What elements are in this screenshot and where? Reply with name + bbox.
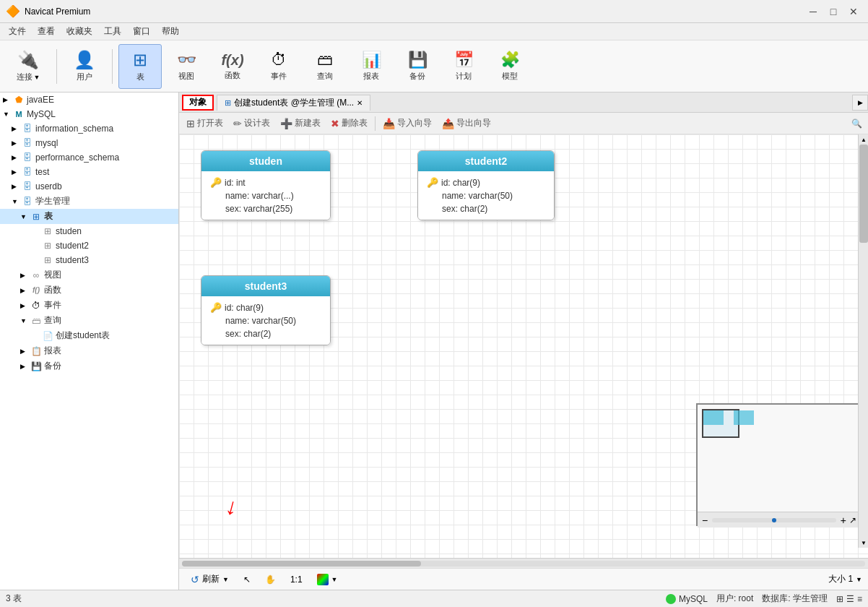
h-scroll-track[interactable] [182, 561, 865, 567]
import-icon: 📥 [383, 118, 395, 129]
arrow-javaee: ▶ [3, 96, 13, 103]
close-button[interactable]: ✕ [845, 3, 862, 20]
sidebar-item-xuesheng[interactable]: ▼ 🗄 学生管理 [0, 194, 178, 209]
open-table-icon: ⊞ [186, 118, 195, 129]
import-label: 导入向导 [397, 117, 432, 129]
menu-favorites[interactable]: 收藏夹 [61, 24, 98, 39]
arrow-tables: ▼ [20, 213, 30, 220]
grid-view-icon[interactable]: ⊞ [836, 594, 843, 604]
new-table-icon: ➕ [280, 118, 292, 129]
sidebar-item-student2[interactable]: ▶ ⊞ student2 [0, 238, 178, 253]
import-button[interactable]: 📥 导入向导 [378, 115, 436, 132]
sidebar-item-mysql[interactable]: ▼ M MySQL [0, 107, 178, 121]
color-tool-button[interactable]: ▼ [311, 572, 344, 587]
hand-tool-button[interactable]: ✋ [259, 573, 282, 586]
tb2-sep-1 [375, 116, 376, 131]
delete-table-button[interactable]: ✖ 删除表 [326, 115, 372, 132]
zoom-tool-button[interactable]: 1:1 [285, 573, 308, 586]
event-button[interactable]: ⏱ 事件 [257, 44, 300, 89]
sidebar-item-performance[interactable]: ▶ 🗄 performance_schema [0, 150, 178, 165]
new-table-button[interactable]: ➕ 新建表 [276, 115, 325, 132]
backup-button[interactable]: 💾 备份 [396, 44, 439, 89]
view-button[interactable]: 👓 视图 [165, 44, 208, 89]
menu-view[interactable]: 查看 [32, 24, 61, 39]
export-button[interactable]: 📤 导出向导 [438, 115, 495, 132]
menu-help[interactable]: 帮助 [156, 24, 185, 39]
xuesheng-label: 学生管理 [35, 195, 70, 207]
v-scroll-track[interactable] [859, 145, 868, 538]
createstudent-label: 创建student表 [56, 330, 110, 342]
mini-expand-icon[interactable]: ↗ [849, 515, 856, 525]
connect-button[interactable]: 🔌 连接 ▼ [6, 44, 51, 89]
studen-body: 🔑 id: int name: varchar(...) sex: varcha… [201, 171, 330, 220]
user-button[interactable]: 👤 用户 [63, 44, 106, 89]
sidebar-item-mysql-db[interactable]: ▶ 🗄 mysql [0, 136, 178, 150]
toolbar-sep-1 [56, 49, 57, 84]
studen-row-sex: sex: varchar(255) [210, 202, 321, 215]
views-icon: ∞ [30, 270, 42, 281]
report-label: 报表 [363, 71, 379, 82]
sidebar-item-functions[interactable]: ▶ f() 函数 [0, 283, 178, 298]
sidebar-item-student3[interactable]: ▶ ⊞ student3 [0, 253, 178, 267]
events-icon: ⏱ [30, 300, 42, 311]
sidebar-item-reports[interactable]: ▶ 📋 报表 [0, 343, 178, 358]
main-tab[interactable]: ⊞ 创建student表 @学生管理 (M... ✕ [217, 95, 370, 111]
sidebar-item-create-student[interactable]: ▶ 📄 创建student表 [0, 328, 178, 343]
refresh-button[interactable]: ↺ 刷新 ▼ [185, 572, 235, 587]
sidebar-item-studen[interactable]: ▶ ⊞ studen [0, 224, 178, 238]
table-button[interactable]: ⊞ 表 [118, 44, 162, 89]
cursor-icon: ↖ [243, 574, 251, 585]
mini-zoom-slider[interactable] [712, 518, 836, 522]
sidebar-item-information-schema[interactable]: ▶ 🗄 information_schema [0, 121, 178, 136]
sidebar-item-backups[interactable]: ▶ 💾 备份 [0, 358, 178, 374]
arrow-test: ▶ [12, 168, 22, 176]
report-button[interactable]: 📊 报表 [350, 44, 393, 89]
er-table-student2[interactable]: student2 🔑 id: char(9) name: varchar(50) [417, 150, 555, 220]
design-table-button[interactable]: ✏ 设计表 [229, 115, 274, 132]
sidebar-item-views[interactable]: ▶ ∞ 视图 [0, 267, 178, 283]
obj-tab[interactable]: 对象 [182, 95, 214, 111]
sidebar-item-test[interactable]: ▶ 🗄 test [0, 165, 178, 179]
function-button[interactable]: f(x) 函数 [211, 44, 254, 89]
minimize-button[interactable]: ─ [804, 3, 822, 20]
sidebar-item-queries[interactable]: ▼ 🗃 查询 [0, 313, 178, 328]
functions-icon: f() [30, 285, 42, 296]
maximize-button[interactable]: □ [825, 3, 842, 20]
status-db-type: MySQL [679, 594, 708, 604]
scroll-up-button[interactable]: ▲ [859, 134, 868, 145]
createstudent-icon: 📄 [42, 330, 53, 342]
detail-view-icon[interactable]: ≡ [857, 594, 862, 604]
sidebar: ▶ ⬟ javaEE ▼ M MySQL ▶ 🗄 information_sch… [0, 92, 179, 590]
menu-tools[interactable]: 工具 [98, 24, 127, 39]
search-button[interactable]: 🔍 [848, 115, 865, 132]
content-area: 对象 ⊞ 创建student表 @学生管理 (M... ✕ ▶ ⊞ 打开表 ✏ … [179, 92, 868, 590]
menu-window[interactable]: 窗口 [127, 24, 156, 39]
list-view-icon[interactable]: ☰ [846, 594, 854, 604]
er-table-student3[interactable]: student3 🔑 id: char(9) name: varchar(50) [201, 275, 331, 345]
tab-nav-button[interactable]: ▶ [852, 95, 868, 111]
info-icon: 🗄 [22, 123, 33, 134]
open-table-button[interactable]: ⊞ 打开表 [182, 115, 227, 132]
query-button[interactable]: 🗃 查询 [303, 44, 347, 89]
javaee-label: javaEE [27, 95, 54, 105]
sidebar-item-tables[interactable]: ▼ ⊞ 表 [0, 209, 178, 224]
studen-key-icon: 🔑 [210, 177, 222, 188]
tab-close-icon[interactable]: ✕ [357, 99, 363, 107]
arrow-info: ▶ [12, 125, 22, 132]
er-table-studen[interactable]: studen 🔑 id: int name: varchar(...) s [201, 150, 331, 220]
student2-field-id: id: char(9) [441, 178, 480, 188]
student2-icon: ⊞ [42, 240, 53, 251]
scroll-down-button[interactable]: ▼ [859, 538, 868, 548]
menu-bar: 文件 查看 收藏夹 工具 窗口 帮助 [0, 23, 868, 40]
menu-file[interactable]: 文件 [3, 24, 32, 39]
sidebar-item-javaee[interactable]: ▶ ⬟ javaEE [0, 92, 178, 107]
mini-zoom-out-icon[interactable]: − [702, 515, 708, 526]
model-button[interactable]: 🧩 模型 [488, 44, 531, 89]
status-mysql: MySQL [666, 594, 708, 604]
schedule-button[interactable]: 📅 计划 [442, 44, 485, 89]
sidebar-item-userdb[interactable]: ▶ 🗄 userdb [0, 179, 178, 194]
er-diagram-area[interactable]: studen 🔑 id: int name: varchar(...) s [179, 134, 868, 558]
cursor-tool-button[interactable]: ↖ [238, 573, 256, 586]
sidebar-item-events[interactable]: ▶ ⏱ 事件 [0, 298, 178, 313]
mini-zoom-in-icon[interactable]: + [841, 515, 846, 526]
